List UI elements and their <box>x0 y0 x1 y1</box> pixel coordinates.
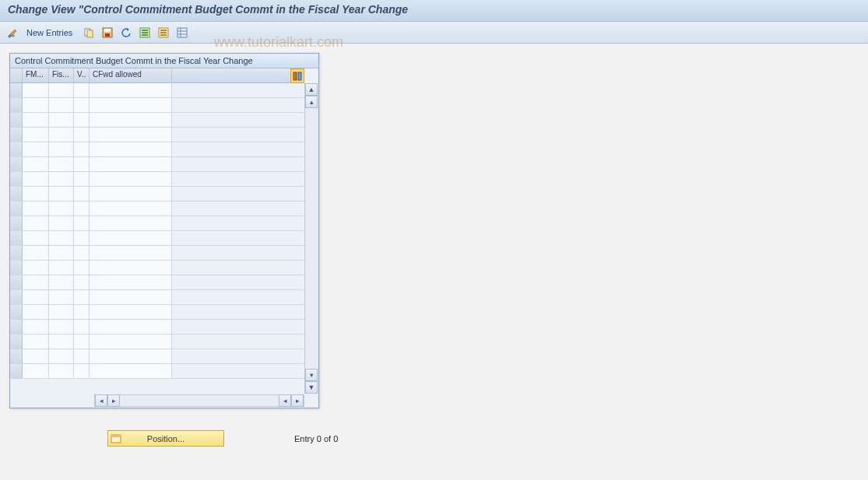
table-row[interactable] <box>10 335 304 349</box>
column-header-blank <box>172 68 304 82</box>
table-row[interactable] <box>10 201 304 216</box>
scroll-up-page-icon[interactable]: ▴ <box>305 96 318 108</box>
svg-rect-14 <box>160 34 167 36</box>
table-row[interactable] <box>10 157 304 172</box>
svg-rect-3 <box>87 30 93 37</box>
vertical-scrollbar[interactable]: ▲ ▴ ▾ ▼ <box>304 83 318 394</box>
content-area: Control Commitment Budget Commt in the F… <box>0 44 868 456</box>
svg-rect-10 <box>142 34 148 36</box>
table-settings-icon[interactable] <box>175 26 189 40</box>
column-header-fis[interactable]: Fis... <box>49 68 74 82</box>
undo-icon[interactable] <box>119 26 133 40</box>
scroll-right-page-icon[interactable]: ◂ <box>279 394 291 407</box>
scrollbar-track[interactable] <box>305 108 318 369</box>
table-row[interactable] <box>10 261 304 275</box>
table-row[interactable] <box>10 305 304 320</box>
column-header-cfwd[interactable]: CFwd allowed <box>90 68 172 82</box>
scroll-up-icon[interactable]: ▲ <box>305 83 318 96</box>
toolbar: New Entries <box>0 22 868 44</box>
svg-rect-8 <box>142 30 148 31</box>
svg-rect-9 <box>142 32 148 33</box>
table-row[interactable] <box>10 113 304 128</box>
maintenance-panel: Control Commitment Budget Commt in the F… <box>9 53 319 408</box>
scroll-down-icon[interactable]: ▼ <box>305 381 318 394</box>
footer-row: Position... Entry 0 of 0 <box>9 430 859 447</box>
data-grid[interactable]: FM... Fis... V.. CFwd allowed <box>10 68 304 394</box>
scroll-left-icon[interactable]: ◂ <box>95 394 107 407</box>
table-row[interactable] <box>10 246 304 261</box>
svg-point-1 <box>12 34 14 36</box>
scroll-down-page-icon[interactable]: ▾ <box>305 369 318 381</box>
column-header-fm[interactable]: FM... <box>23 68 49 82</box>
table-row[interactable] <box>10 275 304 290</box>
table-row[interactable] <box>10 349 304 364</box>
svg-rect-12 <box>160 30 167 31</box>
grid-wrapper: FM... Fis... V.. CFwd allowed <box>10 68 318 394</box>
table-config-icon[interactable] <box>290 68 304 83</box>
table-row[interactable] <box>10 290 304 305</box>
position-button[interactable]: Position... <box>107 430 224 447</box>
position-icon <box>110 433 122 445</box>
svg-rect-20 <box>298 72 301 80</box>
save-variant-icon[interactable] <box>100 26 114 40</box>
horizontal-scroll-row: ◂ ▸ ◂ ▸ <box>10 394 318 408</box>
table-row[interactable] <box>10 320 304 335</box>
scroll-right-icon[interactable]: ▸ <box>291 394 304 407</box>
table-row[interactable] <box>10 364 304 379</box>
copy-icon[interactable] <box>82 26 96 40</box>
scroll-left-page-icon[interactable]: ▸ <box>107 394 120 407</box>
select-all-icon[interactable] <box>138 26 152 40</box>
panel-title: Control Commitment Budget Commt in the F… <box>10 54 318 68</box>
position-button-label: Position... <box>147 434 184 443</box>
new-entries-button[interactable]: New Entries <box>26 28 72 37</box>
table-row[interactable] <box>10 187 304 201</box>
table-row[interactable] <box>10 231 304 246</box>
table-row[interactable] <box>10 83 304 98</box>
grid-rows <box>10 83 304 379</box>
select-all-column-header[interactable] <box>10 68 23 82</box>
page-header: Change View "Control Commitment Budget C… <box>0 0 868 22</box>
svg-rect-22 <box>111 435 121 437</box>
table-row[interactable] <box>10 216 304 231</box>
horizontal-scrollbar[interactable]: ◂ ▸ ◂ ▸ <box>94 394 304 407</box>
svg-rect-13 <box>160 32 167 33</box>
svg-rect-15 <box>177 28 187 37</box>
table-row[interactable] <box>10 128 304 142</box>
column-headers: FM... Fis... V.. CFwd allowed <box>10 68 304 83</box>
page-title: Change View "Control Commitment Budget C… <box>8 3 408 16</box>
pencil-glasses-icon[interactable] <box>6 26 20 40</box>
table-row[interactable] <box>10 142 304 157</box>
deselect-all-icon[interactable] <box>156 26 170 40</box>
svg-rect-19 <box>293 72 297 80</box>
entry-count-text: Entry 0 of 0 <box>294 434 338 443</box>
column-header-v[interactable]: V.. <box>74 68 90 82</box>
table-row[interactable] <box>10 172 304 187</box>
svg-rect-5 <box>104 29 111 32</box>
table-row[interactable] <box>10 98 304 113</box>
svg-rect-6 <box>105 33 110 37</box>
